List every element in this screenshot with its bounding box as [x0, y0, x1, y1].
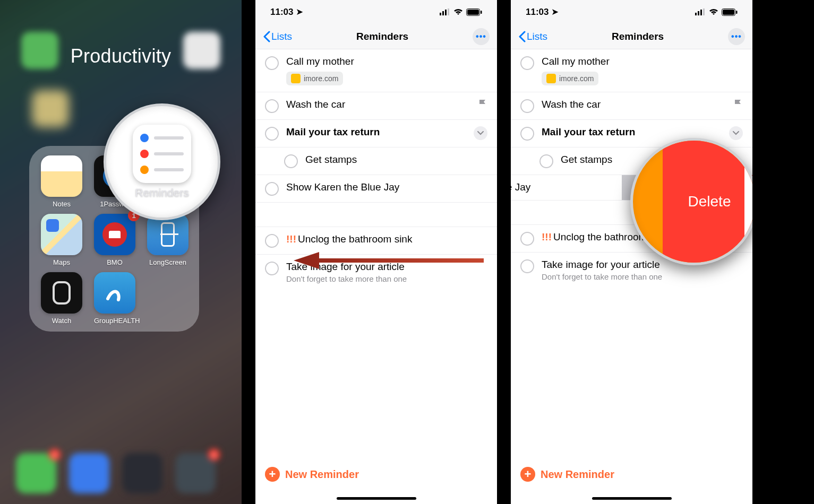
- flag-icon: [733, 99, 743, 109]
- complete-radio[interactable]: [520, 56, 534, 70]
- app-label: Notes: [41, 200, 82, 208]
- reminder-item[interactable]: Wash the car: [255, 92, 497, 120]
- url-chip[interactable]: imore.com: [286, 72, 343, 85]
- svg-rect-3: [448, 8, 449, 15]
- plus-icon: +: [520, 467, 535, 482]
- reminder-title: Call my mother: [286, 56, 487, 67]
- dock-icon: [122, 453, 162, 493]
- reminder-title: Mail your tax return: [286, 126, 466, 138]
- svg-rect-5: [467, 10, 479, 15]
- complete-radio[interactable]: [520, 99, 534, 113]
- status-time: 11:03 ➤: [526, 6, 559, 18]
- blur-app-icon: [32, 90, 69, 127]
- swipe-hint-gap: [255, 203, 497, 227]
- favicon-icon: [546, 74, 556, 83]
- svg-rect-0: [440, 13, 441, 15]
- reminder-title: Wash the car: [286, 99, 470, 110]
- complete-radio[interactable]: [539, 154, 553, 168]
- reminder-title-peek: he Blue Jay: [511, 181, 530, 193]
- signal-icon: [440, 8, 450, 15]
- app-label: Watch: [41, 317, 82, 325]
- complete-radio[interactable]: [265, 56, 279, 70]
- favicon-icon: [291, 74, 301, 83]
- back-button[interactable]: Lists: [518, 31, 547, 42]
- reminders-list[interactable]: Call my mother imore.com Wash the car Ma…: [511, 49, 752, 504]
- expand-button[interactable]: [729, 126, 743, 140]
- complete-radio[interactable]: [520, 127, 534, 141]
- app-maps[interactable]: Maps: [41, 214, 82, 266]
- svg-rect-6: [481, 11, 482, 14]
- svg-rect-1: [442, 11, 444, 15]
- app-notes[interactable]: Notes: [41, 155, 82, 208]
- reminder-title: Wash the car: [542, 99, 726, 110]
- status-bar: 11:03 ➤: [511, 0, 752, 24]
- expand-button[interactable]: [474, 126, 487, 140]
- flag-icon: [478, 99, 487, 109]
- complete-radio[interactable]: [265, 234, 279, 248]
- reminder-subitem[interactable]: Get stamps: [255, 147, 497, 175]
- svg-rect-8: [698, 11, 699, 15]
- nav-bar: Lists Reminders •••: [255, 24, 497, 49]
- reminder-item[interactable]: Take image for your article Don't forget…: [255, 255, 497, 290]
- signal-icon: [695, 8, 706, 15]
- plus-icon: +: [265, 467, 280, 482]
- more-button[interactable]: •••: [728, 28, 745, 45]
- nav-title: Reminders: [612, 31, 664, 42]
- dock-icon: 2: [175, 453, 216, 493]
- reminder-item[interactable]: Show Karen the Blue Jay: [255, 175, 497, 203]
- complete-radio[interactable]: [265, 182, 279, 196]
- new-reminder-button[interactable]: + New Reminder: [265, 467, 359, 482]
- home-indicator[interactable]: [592, 497, 672, 500]
- reminders-list[interactable]: Call my mother imore.com Wash the car Ma…: [255, 49, 497, 504]
- more-button[interactable]: •••: [473, 28, 490, 45]
- reminder-title: Show Karen the Blue Jay: [286, 181, 487, 193]
- reminders-panel-swipe-hint: 11:03 ➤ Lists Reminders ••• Call my moth…: [255, 0, 497, 504]
- reminder-title: Mail your tax return: [542, 126, 722, 138]
- reminder-item[interactable]: !!!Unclog the bathroom sink: [255, 227, 497, 255]
- nav-bar: Lists Reminders •••: [511, 24, 752, 49]
- app-bmo[interactable]: 1 BMO: [94, 214, 135, 266]
- reminders-icon: [133, 125, 191, 183]
- home-indicator[interactable]: [337, 497, 416, 500]
- reminder-item[interactable]: Mail your tax return: [255, 120, 497, 147]
- complete-radio[interactable]: [265, 99, 279, 113]
- dock-icon: 2: [16, 453, 56, 493]
- complete-radio[interactable]: [265, 127, 279, 141]
- complete-radio[interactable]: [520, 232, 534, 246]
- reminder-item[interactable]: Call my mother imore.com: [511, 49, 752, 92]
- complete-radio[interactable]: [520, 259, 534, 273]
- delete-action-magnified: Delete: [663, 141, 752, 263]
- reminder-title: !!!Unclog the bathroom sink: [286, 233, 487, 245]
- reminder-title: Call my mother: [542, 56, 743, 67]
- new-reminder-label: New Reminder: [285, 468, 359, 481]
- homescreen-panel: Productivity Notes 1Passw... Reminders: [0, 0, 242, 504]
- app-label: LongScreen: [147, 258, 188, 266]
- chevron-down-icon: [733, 131, 739, 135]
- app-grouphealth[interactable]: GroupHEALTH: [94, 272, 135, 325]
- app-label: GroupHEALTH: [94, 317, 135, 325]
- svg-rect-10: [703, 8, 705, 15]
- reminder-item[interactable]: Wash the car: [511, 92, 752, 120]
- new-reminder-button[interactable]: + New Reminder: [520, 467, 614, 482]
- complete-radio[interactable]: [284, 154, 298, 168]
- svg-rect-2: [445, 10, 447, 15]
- reminder-title: Take image for your article: [286, 261, 487, 273]
- complete-radio[interactable]: [265, 262, 279, 275]
- svg-rect-7: [695, 13, 697, 15]
- magnifier-reminders: Reminders: [104, 103, 220, 220]
- app-watch[interactable]: Watch: [41, 272, 82, 325]
- back-button[interactable]: Lists: [263, 31, 292, 42]
- dock-icon: [69, 453, 109, 493]
- nav-title: Reminders: [356, 31, 408, 42]
- battery-icon: [466, 8, 482, 16]
- reminder-item[interactable]: Call my mother imore.com: [255, 49, 497, 92]
- svg-rect-12: [723, 10, 734, 15]
- back-label: Lists: [271, 31, 292, 42]
- app-longscreen[interactable]: LongScreen: [147, 214, 188, 266]
- svg-rect-9: [700, 10, 702, 15]
- svg-rect-13: [736, 11, 738, 14]
- reminder-note: Don't forget to take more than one: [542, 272, 743, 281]
- chevron-left-icon: [518, 31, 526, 42]
- url-chip[interactable]: imore.com: [542, 72, 598, 85]
- chevron-down-icon: [477, 131, 484, 135]
